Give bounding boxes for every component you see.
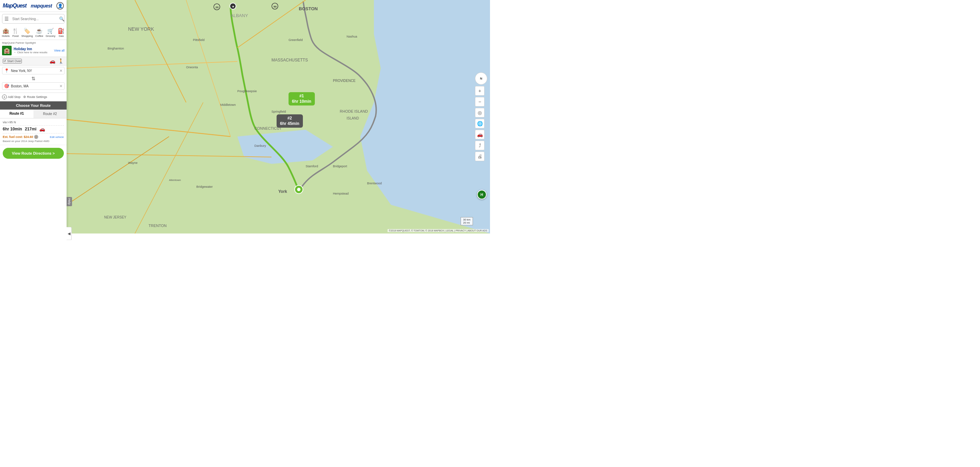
add-stop-button[interactable]: + Add Stop [2, 95, 21, 99]
origin-input[interactable] [11, 69, 59, 73]
route1-info: via I-95 N 6hr 10min 217mi 🚗 Est. fuel c… [0, 118, 67, 145]
svg-text:90: 90 [274, 5, 277, 8]
svg-text:RHODE ISLAND: RHODE ISLAND [340, 109, 368, 113]
origin-input-row: 📍 ✕ [2, 67, 65, 75]
route-settings-label: Route Settings [27, 95, 47, 98]
tab-route2-label: Route #2 [43, 112, 57, 116]
swap-button[interactable]: ⇅ [2, 76, 65, 81]
menu-button[interactable]: ☰ [2, 14, 11, 23]
partner-name: Holiday Inn [14, 47, 54, 51]
transport-modes: 🚗 🚶 [49, 59, 64, 64]
destination-input-row: 🎯 ✕ [2, 82, 65, 90]
gas-label: Gas [59, 35, 64, 38]
collapse-sidebar-button[interactable]: ◀ [67, 227, 72, 234]
print-button[interactable]: 🖨 [475, 152, 485, 161]
route1-stats: 6hr 10min 217mi 🚗 [3, 126, 64, 132]
svg-text:ISLAND: ISLAND [347, 116, 359, 120]
walk-mode-icon[interactable]: 🚶 [58, 59, 64, 64]
category-hotels[interactable]: 🏨 Hotels [1, 27, 11, 38]
map-copyright: ©2018 MAPQUEST, © TOMTOM, © 2018 MAPBOX … [388, 229, 488, 232]
svg-text:Nashua: Nashua [347, 35, 357, 38]
svg-text:Bridgeport: Bridgeport [333, 165, 347, 168]
route1-badge-time: 6hr 10min [292, 99, 312, 105]
logo-text: mapquest [31, 3, 52, 8]
settings-icon: ⚙ [23, 95, 26, 98]
shopping-label: Shopping [21, 35, 33, 38]
sidebar: MapQuest mapquest 👤 ☰ 🔍 ➤ 🏨 Hotels 🍴 Foo… [0, 0, 67, 234]
edit-vehicle-link[interactable]: Edit vehicle [50, 135, 64, 138]
route-settings-button[interactable]: ⚙ Route Settings [23, 95, 47, 98]
profile-icon[interactable]: 👤 [56, 2, 64, 10]
view-directions-button[interactable]: View Route Directions > [3, 148, 64, 159]
partner-row: 🏨 Holiday Inn Click here to view results… [2, 46, 65, 55]
compass-rose[interactable]: N [475, 72, 487, 85]
traffic-button[interactable]: 🚗 [475, 130, 485, 139]
svg-text:York: York [278, 189, 287, 194]
hotels-icon: 🏨 [2, 28, 9, 34]
compass-n-label: N [480, 77, 482, 80]
search-input[interactable] [11, 15, 57, 22]
start-over-button[interactable]: ↺ Start Over [3, 59, 22, 64]
route2-badge-num: #2 [280, 116, 299, 121]
destination-clear-icon[interactable]: ✕ [59, 84, 62, 88]
map: NEW YORK MASSACHUSETTS CONNECTICUT RHODE… [67, 0, 490, 234]
route2-badge[interactable]: #2 6hr 45min [277, 114, 303, 128]
partner-logo: 🏨 [2, 46, 12, 55]
svg-text:PROVIDENCE: PROVIDENCE [333, 79, 355, 83]
sidebar-header: MapQuest mapquest 👤 [0, 0, 67, 12]
search-bar: ☰ 🔍 ➤ [2, 14, 65, 24]
svg-text:TRENTON: TRENTON [148, 224, 167, 228]
shopping-icon: 🏷️ [24, 28, 30, 34]
svg-text:20: 20 [215, 6, 218, 9]
fuel-row: Est. fuel cost: $24.60 i Edit vehicle [3, 135, 64, 139]
tab-route2[interactable]: Route #2 [33, 110, 67, 118]
search-button[interactable]: 🔍 [57, 15, 65, 23]
tab-route1[interactable]: Route #1 [0, 110, 33, 118]
help-tab[interactable]: Help [67, 197, 72, 206]
share-button[interactable]: ⤴ [475, 141, 485, 150]
locate-me-button[interactable]: ◎ [475, 108, 485, 118]
category-gas[interactable]: ⛽ Gas [57, 27, 65, 38]
map-layer-button[interactable]: 🌐 [475, 119, 485, 129]
route1-time: 6hr 10min [3, 127, 22, 132]
map-controls: N + − ◎ 🌐 🚗 ⤴ 🖨 [475, 72, 487, 161]
zoom-out-button[interactable]: − [475, 97, 485, 106]
view-all-button[interactable]: View all [54, 49, 65, 52]
swap-icon: ⇅ [32, 76, 35, 81]
destination-input[interactable] [11, 84, 59, 88]
partner-link[interactable]: 🏨 Holiday Inn Click here to view results [2, 46, 54, 55]
car-mode-icon[interactable]: 🚗 [49, 59, 55, 64]
food-label: Food [12, 35, 18, 38]
category-coffee[interactable]: ☕ Coffee [34, 27, 44, 38]
help-label: Help [68, 199, 71, 205]
vehicle-note: Based on your 2014 Jeep Patriot 4WD [3, 140, 64, 143]
fuel-cost-label: Est. fuel cost: $24.60 i [3, 135, 38, 139]
route1-distance: 217mi [25, 127, 37, 132]
route1-badge[interactable]: #1 6hr 10min [288, 92, 315, 105]
svg-text:BOSTON: BOSTON [299, 6, 318, 11]
category-shopping[interactable]: 🏷️ Shopping [20, 27, 34, 38]
route1-via: via I-95 N [3, 121, 64, 124]
refresh-icon: ↺ [3, 59, 6, 63]
svg-text:Pittsfield: Pittsfield [193, 38, 205, 42]
info-icon[interactable]: i [34, 135, 38, 139]
svg-text:MASSACHUSETTS: MASSACHUSETTS [272, 58, 308, 62]
holiday-inn-map-pin[interactable]: H [477, 190, 487, 199]
category-food[interactable]: 🍴 Food [11, 27, 20, 38]
plus-icon: + [2, 95, 7, 99]
hotels-label: Hotels [2, 35, 10, 38]
origin-clear-icon[interactable]: ✕ [59, 68, 62, 73]
partner-title: MapQuest Partner Spotlight [2, 41, 65, 44]
svg-text:NEW JERSEY: NEW JERSEY [104, 215, 126, 219]
category-grocery[interactable]: 🛒 Grocery [45, 27, 56, 38]
app-logo: MapQuest [3, 3, 26, 9]
svg-text:Middletown: Middletown [220, 103, 236, 106]
partner-click-text: Click here to view results [14, 51, 54, 54]
scale-mi: 20 mi [463, 221, 471, 224]
route2-badge-time: 6hr 45min [280, 121, 299, 127]
svg-text:Stamford: Stamford [305, 165, 318, 168]
svg-text:Poughkeepsie: Poughkeepsie [237, 89, 257, 93]
zoom-in-button[interactable]: + [475, 86, 485, 95]
copyright-text: ©2018 MAPQUEST, © TOMTOM, © 2018 MAPBOX … [389, 229, 487, 232]
svg-text:Binghamton: Binghamton [108, 47, 124, 50]
